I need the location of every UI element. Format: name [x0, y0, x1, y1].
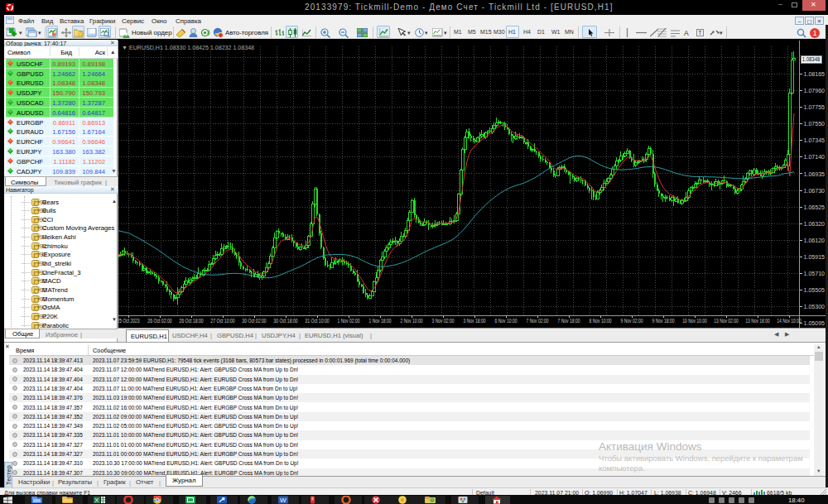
svg-text:13 Nov 18:00: 13 Nov 18:00	[745, 318, 770, 324]
svg-text:1.07960: 1.07960	[804, 88, 826, 94]
svg-text:10 Nov 10:00: 10 Nov 10:00	[682, 318, 707, 324]
svg-text:31 Oct 10:00: 31 Oct 10:00	[305, 318, 330, 324]
svg-text:W: W	[280, 497, 286, 504]
svg-text:27 Oct 10:00: 27 Oct 10:00	[210, 318, 235, 324]
svg-text:30 Oct 18:00: 30 Oct 18:00	[273, 318, 298, 324]
svg-text:1 Nov 02:00: 1 Nov 02:00	[338, 318, 360, 324]
svg-text:26 Oct 02:00: 26 Oct 02:00	[147, 318, 172, 324]
svg-text:14 Nov 10:00: 14 Nov 10:00	[777, 318, 802, 324]
svg-text:1.06935: 1.06935	[804, 171, 826, 177]
svg-text:9 Nov 02:00: 9 Nov 02:00	[621, 318, 643, 324]
svg-text:3 Nov 02:00: 3 Nov 02:00	[432, 318, 455, 324]
svg-text:2 Nov 10:00: 2 Nov 10:00	[401, 318, 423, 324]
svg-text:1 Nov 18:00: 1 Nov 18:00	[369, 318, 392, 324]
svg-text:25 Oct 2023: 25 Oct 2023	[118, 318, 140, 324]
svg-text:6 Nov 10:00: 6 Nov 10:00	[495, 318, 518, 324]
svg-text:1.05505: 1.05505	[804, 287, 826, 293]
svg-text:7 Nov 02:00: 7 Nov 02:00	[527, 318, 549, 324]
svg-text:1.06730: 1.06730	[804, 188, 826, 194]
svg-text:1.07140: 1.07140	[804, 154, 826, 160]
svg-text:1.08348: 1.08348	[802, 56, 821, 62]
svg-text:8 Nov 10:00: 8 Nov 10:00	[590, 318, 612, 324]
svg-text:1.05915: 1.05915	[804, 254, 826, 260]
svg-text:1.07755: 1.07755	[804, 104, 826, 110]
svg-text:30 Oct 02:00: 30 Oct 02:00	[242, 318, 267, 324]
svg-text:13 Nov 02:00: 13 Nov 02:00	[714, 318, 739, 324]
svg-text:1.05710: 1.05710	[804, 271, 826, 276]
svg-text:26 Oct 18:00: 26 Oct 18:00	[179, 318, 204, 324]
svg-text:1.05095: 1.05095	[804, 320, 826, 326]
svg-text:X: X	[94, 497, 99, 504]
svg-text:▼ EURUSD,H1 1.08330 1.08425 1: ▼ EURUSD,H1 1.08330 1.08425 1.08232 1.08…	[122, 45, 254, 51]
svg-text:1.06120: 1.06120	[804, 238, 826, 243]
svg-text:1.06525: 1.06525	[804, 204, 826, 210]
svg-text:3 Nov 18:00: 3 Nov 18:00	[464, 318, 486, 324]
svg-text:9 Nov 18:00: 9 Nov 18:00	[652, 318, 675, 324]
svg-text:1.07550: 1.07550	[804, 121, 826, 127]
svg-text:1.08165: 1.08165	[804, 71, 826, 77]
svg-text:7 Nov 18:00: 7 Nov 18:00	[558, 318, 580, 324]
svg-text:1.06320: 1.06320	[804, 221, 826, 227]
svg-text:1.07345: 1.07345	[804, 137, 826, 143]
svg-text:1.05300: 1.05300	[804, 304, 826, 310]
